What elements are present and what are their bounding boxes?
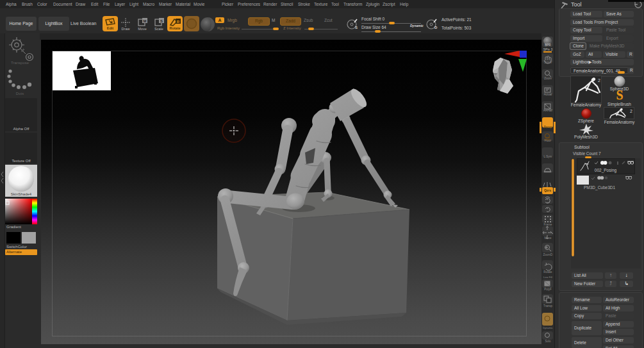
svg-text:R: R [177, 20, 180, 24]
svg-text:2: 2 [598, 78, 600, 83]
svg-text:S: S [355, 26, 358, 29]
svg-text:002_Posing: 002_Posing [595, 168, 617, 173]
svg-text:S: S [160, 19, 163, 23]
svg-text:Edit: Edit [107, 26, 114, 30]
svg-text:Rotate: Rotate [169, 26, 180, 30]
svg-text:D: D [434, 26, 438, 29]
svg-text:M: M [144, 19, 147, 23]
svg-text:2: 2 [630, 109, 632, 113]
